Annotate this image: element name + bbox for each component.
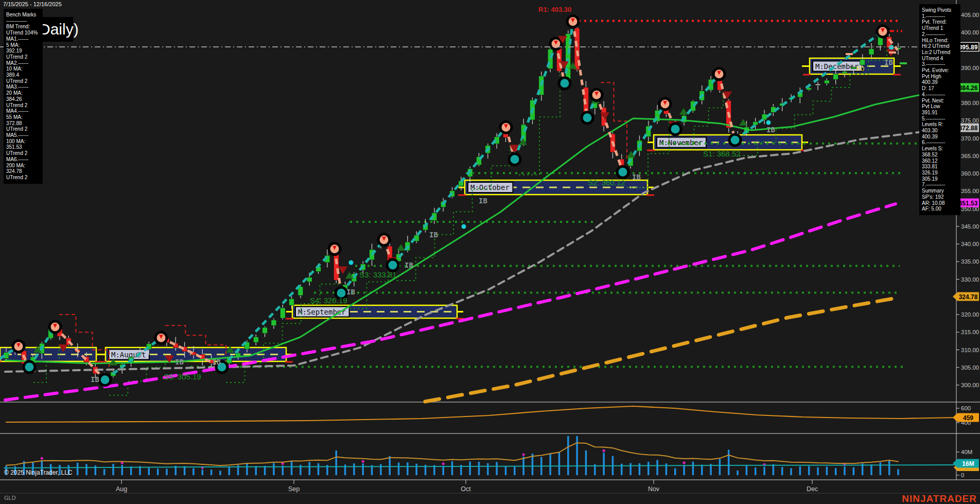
svg-text:IB: IB [175, 358, 184, 366]
r1-resistance-label: R1: 403.30 [538, 6, 571, 13]
svg-text:IB: IB [405, 261, 413, 269]
date-range-label: 7/15/2025 - 12/16/2025 [3, 1, 62, 7]
svg-text:IB: IB [766, 126, 775, 134]
svg-text:395.89: 395.89 [959, 44, 978, 51]
svg-text:S1: 368.52: S1: 368.52 [703, 149, 741, 158]
svg-text:IB: IB [212, 358, 221, 366]
chart-title: Daily) [39, 21, 79, 38]
svg-text:345.00: 345.00 [961, 223, 979, 230]
svg-text:M:October: M:October [470, 183, 510, 192]
cyan-dot [462, 224, 466, 229]
cyan-dot [766, 120, 771, 125]
svg-text:360.00: 360.00 [961, 170, 979, 177]
svg-text:IB: IB [429, 231, 438, 239]
svg-text:IB: IB [91, 375, 99, 384]
svg-text:16M: 16M [962, 460, 974, 467]
svg-text:S4: 326.19: S4: 326.19 [310, 296, 347, 305]
svg-text:305.00: 305.00 [961, 364, 979, 371]
svg-text:IB: IB [632, 173, 641, 181]
svg-text:320.00: 320.00 [961, 311, 979, 318]
copyright-label: © 2025 NinjaTrader, LLC [4, 469, 72, 476]
svg-text:F0: F0 [856, 65, 864, 73]
svg-text:375.00: 375.00 [961, 117, 979, 124]
svg-text:380.00: 380.00 [961, 100, 979, 106]
bench-marks-panel: Bench Marks ------------ BM Trend: UTren… [4, 9, 43, 184]
svg-text:IB: IB [479, 197, 487, 205]
ninjatrader-chart-window: M:AugustM:SeptemberM:OctoberM:NovemberM:… [0, 0, 980, 504]
svg-text:330.00: 330.00 [961, 276, 979, 283]
svg-text:M:September: M:September [298, 308, 346, 316]
svg-text:315.00: 315.00 [961, 329, 979, 335]
swing-pivots-panel: Swing Pivots 1.----------- Pvt. Trend: U… [919, 4, 960, 215]
svg-text:405.00: 405.00 [961, 12, 979, 18]
svg-text:355.00: 355.00 [961, 188, 979, 194]
svg-text:S2: 360.12: S2: 360.12 [588, 178, 625, 187]
svg-text:600: 600 [961, 405, 971, 411]
svg-text:340.00: 340.00 [961, 241, 979, 247]
svg-text:351.53: 351.53 [959, 200, 978, 207]
symbol-label: GLD [4, 495, 16, 501]
svg-text:335.00: 335.00 [961, 258, 979, 265]
svg-text:390.00: 390.00 [961, 65, 979, 71]
svg-text:310.00: 310.00 [961, 347, 979, 353]
price-chart[interactable]: M:AugustM:SeptemberM:OctoberM:NovemberM:… [0, 0, 980, 504]
svg-text:40M: 40M [961, 449, 972, 455]
svg-text:Nov: Nov [648, 485, 660, 493]
svg-text:0: 0 [961, 472, 964, 478]
svg-text:372.88: 372.88 [959, 125, 978, 132]
ninjatrader-logo: NINJATRADER [902, 493, 977, 504]
svg-text:Sep: Sep [288, 485, 300, 493]
svg-text:Aug: Aug [116, 485, 127, 493]
svg-text:S3: 333.81: S3: 333.81 [359, 270, 397, 279]
cyan-dot [889, 45, 894, 50]
svg-text:IB: IB [884, 58, 893, 66]
svg-text:324.78: 324.78 [959, 293, 978, 301]
svg-text:S5: 305.19: S5: 305.19 [164, 372, 201, 381]
svg-text:IB: IB [346, 288, 355, 296]
svg-text:459: 459 [963, 414, 973, 422]
svg-text:M:December: M:December [815, 62, 859, 71]
cyan-dot [349, 260, 354, 265]
svg-text:Dec: Dec [807, 485, 818, 493]
svg-text:365.00: 365.00 [961, 153, 979, 159]
svg-text:Oct: Oct [461, 485, 471, 493]
svg-text:370.00: 370.00 [961, 135, 979, 142]
svg-text:384.26: 384.26 [959, 84, 978, 92]
svg-text:300.00: 300.00 [961, 382, 979, 388]
svg-text:400.00: 400.00 [961, 29, 979, 36]
svg-text:M:November: M:November [659, 138, 703, 147]
